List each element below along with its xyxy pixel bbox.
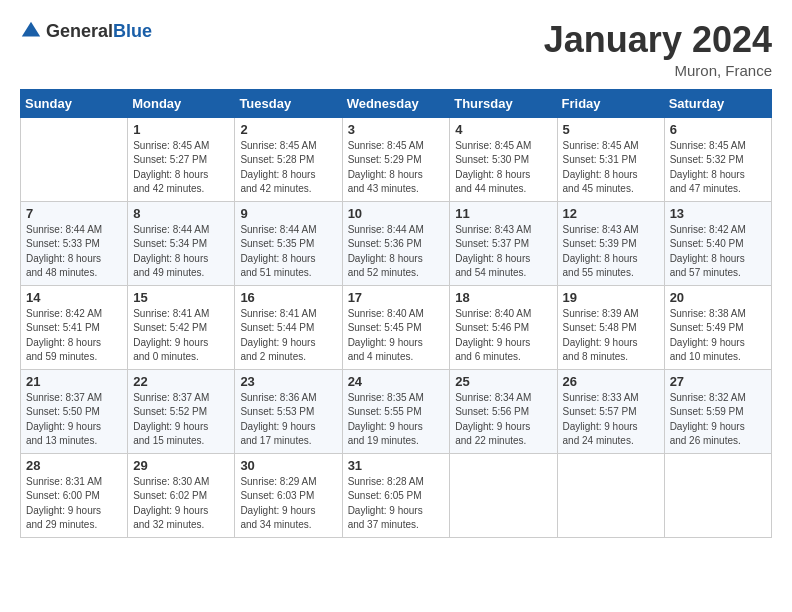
month-title: January 2024 <box>544 20 772 60</box>
day-number: 20 <box>670 290 766 305</box>
calendar-cell: 2Sunrise: 8:45 AMSunset: 5:28 PMDaylight… <box>235 117 342 201</box>
day-number: 6 <box>670 122 766 137</box>
calendar-week-row: 21Sunrise: 8:37 AMSunset: 5:50 PMDayligh… <box>21 369 772 453</box>
day-number: 13 <box>670 206 766 221</box>
title-block: January 2024 Muron, France <box>544 20 772 79</box>
svg-marker-0 <box>22 22 40 37</box>
day-info: Sunrise: 8:40 AMSunset: 5:45 PMDaylight:… <box>348 307 445 365</box>
day-number: 28 <box>26 458 122 473</box>
calendar-cell: 24Sunrise: 8:35 AMSunset: 5:55 PMDayligh… <box>342 369 450 453</box>
day-number: 16 <box>240 290 336 305</box>
calendar-cell: 7Sunrise: 8:44 AMSunset: 5:33 PMDaylight… <box>21 201 128 285</box>
weekday-header: Saturday <box>664 89 771 117</box>
day-info: Sunrise: 8:44 AMSunset: 5:34 PMDaylight:… <box>133 223 229 281</box>
calendar-cell: 28Sunrise: 8:31 AMSunset: 6:00 PMDayligh… <box>21 453 128 537</box>
day-info: Sunrise: 8:45 AMSunset: 5:29 PMDaylight:… <box>348 139 445 197</box>
day-info: Sunrise: 8:41 AMSunset: 5:42 PMDaylight:… <box>133 307 229 365</box>
calendar-cell: 15Sunrise: 8:41 AMSunset: 5:42 PMDayligh… <box>128 285 235 369</box>
calendar-cell <box>664 453 771 537</box>
calendar-table: SundayMondayTuesdayWednesdayThursdayFrid… <box>20 89 772 538</box>
day-info: Sunrise: 8:43 AMSunset: 5:37 PMDaylight:… <box>455 223 551 281</box>
logo-general: General <box>46 21 113 41</box>
day-info: Sunrise: 8:45 AMSunset: 5:32 PMDaylight:… <box>670 139 766 197</box>
day-info: Sunrise: 8:45 AMSunset: 5:31 PMDaylight:… <box>563 139 659 197</box>
day-number: 14 <box>26 290 122 305</box>
day-number: 18 <box>455 290 551 305</box>
calendar-cell: 9Sunrise: 8:44 AMSunset: 5:35 PMDaylight… <box>235 201 342 285</box>
day-info: Sunrise: 8:42 AMSunset: 5:41 PMDaylight:… <box>26 307 122 365</box>
day-number: 2 <box>240 122 336 137</box>
day-info: Sunrise: 8:36 AMSunset: 5:53 PMDaylight:… <box>240 391 336 449</box>
calendar-cell: 19Sunrise: 8:39 AMSunset: 5:48 PMDayligh… <box>557 285 664 369</box>
calendar-cell: 27Sunrise: 8:32 AMSunset: 5:59 PMDayligh… <box>664 369 771 453</box>
calendar-cell: 26Sunrise: 8:33 AMSunset: 5:57 PMDayligh… <box>557 369 664 453</box>
day-info: Sunrise: 8:37 AMSunset: 5:52 PMDaylight:… <box>133 391 229 449</box>
day-number: 24 <box>348 374 445 389</box>
day-info: Sunrise: 8:32 AMSunset: 5:59 PMDaylight:… <box>670 391 766 449</box>
calendar-week-row: 1Sunrise: 8:45 AMSunset: 5:27 PMDaylight… <box>21 117 772 201</box>
calendar-cell <box>21 117 128 201</box>
calendar-cell: 31Sunrise: 8:28 AMSunset: 6:05 PMDayligh… <box>342 453 450 537</box>
calendar-cell: 11Sunrise: 8:43 AMSunset: 5:37 PMDayligh… <box>450 201 557 285</box>
weekday-header-row: SundayMondayTuesdayWednesdayThursdayFrid… <box>21 89 772 117</box>
day-number: 30 <box>240 458 336 473</box>
calendar-cell: 18Sunrise: 8:40 AMSunset: 5:46 PMDayligh… <box>450 285 557 369</box>
day-info: Sunrise: 8:33 AMSunset: 5:57 PMDaylight:… <box>563 391 659 449</box>
day-number: 22 <box>133 374 229 389</box>
calendar-cell: 30Sunrise: 8:29 AMSunset: 6:03 PMDayligh… <box>235 453 342 537</box>
calendar-cell: 14Sunrise: 8:42 AMSunset: 5:41 PMDayligh… <box>21 285 128 369</box>
day-number: 10 <box>348 206 445 221</box>
calendar-cell: 23Sunrise: 8:36 AMSunset: 5:53 PMDayligh… <box>235 369 342 453</box>
day-number: 5 <box>563 122 659 137</box>
day-info: Sunrise: 8:37 AMSunset: 5:50 PMDaylight:… <box>26 391 122 449</box>
calendar-cell: 12Sunrise: 8:43 AMSunset: 5:39 PMDayligh… <box>557 201 664 285</box>
page-header: GeneralBlue January 2024 Muron, France <box>20 20 772 79</box>
day-number: 11 <box>455 206 551 221</box>
day-info: Sunrise: 8:44 AMSunset: 5:33 PMDaylight:… <box>26 223 122 281</box>
day-number: 1 <box>133 122 229 137</box>
location: Muron, France <box>544 62 772 79</box>
day-number: 7 <box>26 206 122 221</box>
day-number: 31 <box>348 458 445 473</box>
day-info: Sunrise: 8:43 AMSunset: 5:39 PMDaylight:… <box>563 223 659 281</box>
day-info: Sunrise: 8:45 AMSunset: 5:28 PMDaylight:… <box>240 139 336 197</box>
day-info: Sunrise: 8:28 AMSunset: 6:05 PMDaylight:… <box>348 475 445 533</box>
day-number: 19 <box>563 290 659 305</box>
day-info: Sunrise: 8:29 AMSunset: 6:03 PMDaylight:… <box>240 475 336 533</box>
day-number: 4 <box>455 122 551 137</box>
day-number: 9 <box>240 206 336 221</box>
calendar-cell: 10Sunrise: 8:44 AMSunset: 5:36 PMDayligh… <box>342 201 450 285</box>
calendar-cell <box>557 453 664 537</box>
calendar-cell: 1Sunrise: 8:45 AMSunset: 5:27 PMDaylight… <box>128 117 235 201</box>
day-number: 3 <box>348 122 445 137</box>
calendar-cell: 4Sunrise: 8:45 AMSunset: 5:30 PMDaylight… <box>450 117 557 201</box>
day-info: Sunrise: 8:40 AMSunset: 5:46 PMDaylight:… <box>455 307 551 365</box>
calendar-cell: 6Sunrise: 8:45 AMSunset: 5:32 PMDaylight… <box>664 117 771 201</box>
calendar-cell <box>450 453 557 537</box>
weekday-header: Friday <box>557 89 664 117</box>
calendar-week-row: 28Sunrise: 8:31 AMSunset: 6:00 PMDayligh… <box>21 453 772 537</box>
day-info: Sunrise: 8:42 AMSunset: 5:40 PMDaylight:… <box>670 223 766 281</box>
day-info: Sunrise: 8:30 AMSunset: 6:02 PMDaylight:… <box>133 475 229 533</box>
logo-blue: Blue <box>113 21 152 41</box>
calendar-cell: 5Sunrise: 8:45 AMSunset: 5:31 PMDaylight… <box>557 117 664 201</box>
logo-icon <box>20 20 42 42</box>
calendar-cell: 17Sunrise: 8:40 AMSunset: 5:45 PMDayligh… <box>342 285 450 369</box>
weekday-header: Thursday <box>450 89 557 117</box>
day-info: Sunrise: 8:31 AMSunset: 6:00 PMDaylight:… <box>26 475 122 533</box>
calendar-week-row: 7Sunrise: 8:44 AMSunset: 5:33 PMDaylight… <box>21 201 772 285</box>
weekday-header: Wednesday <box>342 89 450 117</box>
calendar-week-row: 14Sunrise: 8:42 AMSunset: 5:41 PMDayligh… <box>21 285 772 369</box>
calendar-cell: 29Sunrise: 8:30 AMSunset: 6:02 PMDayligh… <box>128 453 235 537</box>
calendar-cell: 16Sunrise: 8:41 AMSunset: 5:44 PMDayligh… <box>235 285 342 369</box>
day-info: Sunrise: 8:45 AMSunset: 5:30 PMDaylight:… <box>455 139 551 197</box>
day-info: Sunrise: 8:34 AMSunset: 5:56 PMDaylight:… <box>455 391 551 449</box>
day-info: Sunrise: 8:41 AMSunset: 5:44 PMDaylight:… <box>240 307 336 365</box>
day-number: 26 <box>563 374 659 389</box>
logo: GeneralBlue <box>20 20 152 42</box>
calendar-cell: 22Sunrise: 8:37 AMSunset: 5:52 PMDayligh… <box>128 369 235 453</box>
day-info: Sunrise: 8:39 AMSunset: 5:48 PMDaylight:… <box>563 307 659 365</box>
day-number: 25 <box>455 374 551 389</box>
calendar-cell: 21Sunrise: 8:37 AMSunset: 5:50 PMDayligh… <box>21 369 128 453</box>
day-number: 15 <box>133 290 229 305</box>
